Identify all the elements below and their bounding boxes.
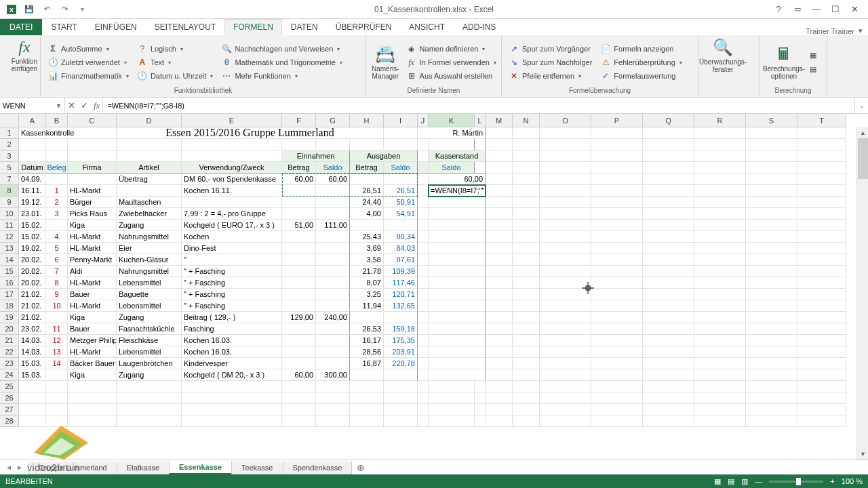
cell[interactable] — [19, 139, 46, 150]
cell[interactable]: 7 — [46, 266, 68, 277]
cell[interactable] — [797, 358, 846, 369]
cell[interactable] — [694, 139, 746, 150]
cell[interactable] — [694, 323, 746, 335]
cell[interactable]: 10 — [46, 300, 68, 312]
qat-dropdown-icon[interactable]: ▾ — [75, 2, 90, 17]
cell[interactable] — [540, 185, 591, 197]
cell[interactable]: 159,18 — [384, 323, 418, 335]
cell[interactable] — [316, 289, 350, 300]
col-header-K[interactable]: K — [429, 114, 475, 127]
cell[interactable]: " + Fasching — [182, 277, 282, 289]
cell[interactable] — [384, 415, 418, 427]
cell[interactable] — [746, 392, 797, 404]
cell[interactable] — [643, 346, 694, 358]
cell[interactable] — [429, 323, 486, 335]
cell[interactable] — [797, 335, 846, 346]
cell[interactable] — [746, 369, 797, 381]
cell[interactable] — [513, 243, 540, 254]
cell[interactable] — [513, 312, 540, 323]
formula-input[interactable] — [107, 102, 850, 110]
cell[interactable] — [429, 289, 486, 300]
group-header[interactable]: Kassenstand — [429, 150, 486, 162]
col-header-G[interactable]: G — [316, 114, 350, 127]
cell[interactable]: HL-Markt — [68, 346, 117, 358]
cell[interactable] — [316, 254, 350, 266]
trace-precedents-button[interactable]: ↗Spur zum Vorgänger — [507, 43, 593, 55]
calc-now-icon[interactable]: ▦ — [808, 50, 818, 60]
cell[interactable] — [513, 231, 540, 243]
cell[interactable] — [418, 197, 429, 208]
cell[interactable] — [418, 415, 429, 427]
insert-function-button[interactable]: fxFunktion einfügen — [5, 38, 43, 73]
cell[interactable]: " — [182, 254, 282, 266]
cell[interactable] — [513, 139, 540, 150]
cell[interactable] — [19, 404, 46, 415]
cell[interactable] — [694, 335, 746, 346]
cell[interactable] — [694, 254, 746, 266]
cell[interactable] — [282, 392, 316, 404]
cell[interactable] — [797, 392, 846, 404]
row-header-1[interactable]: 1 — [0, 127, 19, 139]
row-header-13[interactable]: 13 — [0, 243, 19, 254]
cell[interactable] — [643, 139, 694, 150]
cell[interactable]: 15.02. — [19, 231, 46, 243]
ribbon-options-icon[interactable]: ▭ — [788, 2, 807, 17]
cell[interactable]: Fasnachtsküchle — [117, 323, 182, 335]
tab-ansicht[interactable]: ANSICHT — [400, 19, 454, 35]
cell[interactable]: 60,00 — [282, 174, 316, 185]
cell[interactable] — [513, 346, 540, 358]
cell[interactable] — [643, 335, 694, 346]
cell[interactable] — [797, 139, 846, 150]
cell[interactable] — [418, 208, 429, 220]
cell[interactable]: Kochgeld ( EURO 17,- x 3 ) — [182, 220, 282, 231]
cell[interactable] — [513, 289, 540, 300]
row-header-16[interactable]: 16 — [0, 277, 19, 289]
cell[interactable] — [694, 289, 746, 300]
row-header-5[interactable]: 5 — [0, 162, 19, 174]
cell[interactable] — [282, 415, 316, 427]
cell[interactable] — [486, 335, 513, 346]
cell[interactable] — [282, 208, 316, 220]
cell[interactable] — [591, 404, 643, 415]
cell[interactable] — [643, 289, 694, 300]
cell[interactable] — [513, 358, 540, 369]
cell[interactable]: 1 — [46, 185, 68, 197]
cell[interactable]: Zugang — [117, 312, 182, 323]
cell[interactable] — [694, 415, 746, 427]
recent-button[interactable]: 🕐Zuletzt verwendet▾ — [46, 56, 130, 68]
cell[interactable]: Übertrag — [117, 174, 182, 185]
cell[interactable] — [486, 254, 513, 266]
cell[interactable]: 4,00 — [350, 208, 384, 220]
cell[interactable] — [282, 346, 316, 358]
col-header-P[interactable]: P — [591, 114, 643, 127]
cell[interactable]: Picks Raus — [68, 208, 117, 220]
cell[interactable] — [797, 381, 846, 392]
sheet-tab[interactable]: Etatkasse — [117, 462, 170, 474]
cell[interactable] — [418, 323, 429, 335]
cell[interactable]: 15.02. — [19, 220, 46, 231]
cell[interactable] — [694, 369, 746, 381]
cell[interactable] — [643, 415, 694, 427]
cell[interactable] — [182, 197, 282, 208]
cell[interactable] — [513, 220, 540, 231]
cell[interactable] — [797, 289, 846, 300]
cell[interactable] — [68, 139, 117, 150]
cell[interactable] — [540, 254, 591, 266]
cell[interactable]: Zugang — [117, 369, 182, 381]
row-header-17[interactable]: 17 — [0, 289, 19, 300]
row-header-20[interactable]: 20 — [0, 323, 19, 335]
cell[interactable]: 2 — [46, 197, 68, 208]
cell[interactable] — [350, 139, 384, 150]
row-header-28[interactable]: 28 — [0, 415, 19, 427]
cell[interactable] — [486, 289, 513, 300]
row-header-9[interactable]: 9 — [0, 197, 19, 208]
row-header-24[interactable]: 24 — [0, 369, 19, 381]
cell[interactable] — [746, 323, 797, 335]
column-header[interactable]: Firma — [68, 162, 117, 174]
cell[interactable] — [350, 312, 384, 323]
cell[interactable] — [746, 358, 797, 369]
cell[interactable] — [486, 208, 513, 220]
cell[interactable]: 4 — [46, 231, 68, 243]
redo-icon[interactable]: ↷ — [57, 2, 72, 17]
cell[interactable] — [797, 312, 846, 323]
